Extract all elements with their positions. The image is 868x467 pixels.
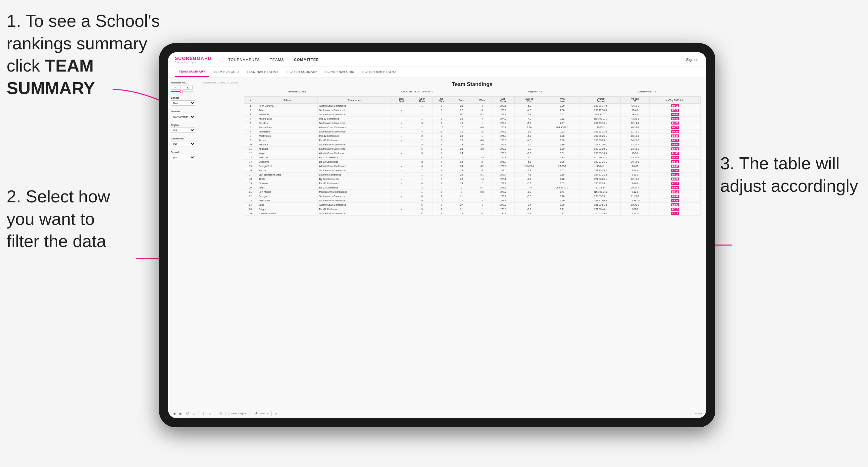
- table-cell: 274.8: [492, 121, 515, 125]
- toolbar-share-icon[interactable]: ⬆: [201, 411, 205, 416]
- table-cell: Atlantic Coast Conference: [318, 104, 391, 108]
- instruction-3-line2: adjust accordingly: [720, 176, 858, 195]
- table-cell: 270 60-39-2: [581, 211, 620, 216]
- table-row: 14OklahomaBig 12 Conference-28242276.3-5…: [244, 160, 701, 164]
- table-cell: 1: [412, 173, 432, 177]
- score-cell: 80.04: [649, 143, 701, 147]
- table-cell: 7: [432, 185, 451, 190]
- toolbar-forward[interactable]: ▶: [179, 411, 183, 416]
- table-cell: 279.2: [492, 194, 515, 198]
- table-cell: Southeastern Conference: [318, 168, 391, 173]
- table-cell: 7: [451, 185, 472, 190]
- nav-teams[interactable]: TEAMS: [270, 58, 284, 62]
- instruction-2-line3: filter the data: [7, 231, 106, 251]
- table-cell: 276.3: [492, 160, 515, 164]
- score-badge: 80.54: [671, 195, 680, 198]
- table-cell: 265 100-27-1: [581, 117, 620, 121]
- table-cell: 2.37: [544, 121, 581, 125]
- toolbar-watch[interactable]: 👁 Watch ▾: [255, 412, 268, 415]
- table-cell: 24: [244, 203, 257, 207]
- tab-player-h2h-heatmap[interactable]: PLAYER H2H HEATMAP: [358, 67, 403, 77]
- filter-min-round-to[interactable]: [183, 85, 193, 90]
- table-cell: 8: [432, 138, 451, 143]
- tab-player-h2h-grid[interactable]: PLAYER H2H GRID: [321, 67, 358, 77]
- table-cell: 271: [451, 112, 472, 117]
- table-row: 24DukeAtlantic Coast Conference-59271279…: [244, 203, 701, 207]
- table-cell: 20: [244, 185, 257, 190]
- slider-thumb[interactable]: [180, 90, 183, 93]
- table-cell: 8: [412, 194, 432, 198]
- filter-gender-label: Gender: [171, 97, 195, 99]
- filter-division-select[interactable]: NCAA Division I NCAA Division II NCAA Di…: [171, 114, 195, 119]
- table-row: 3VanderbiltSoutheastern Conference-25271…: [244, 112, 701, 117]
- table-cell: Big Ten Conference: [318, 177, 391, 181]
- table-cell: Florida State: [257, 125, 318, 129]
- table-cell: 9: [432, 108, 451, 112]
- table-cell: 2: [472, 198, 492, 203]
- slider-track[interactable]: [171, 91, 194, 92]
- table-cell: 6: [244, 125, 257, 129]
- toolbar-clock[interactable]: 🕐: [218, 411, 223, 416]
- score-cell: 80.21: [649, 129, 701, 134]
- table-cell: 275.7: [492, 125, 515, 129]
- table-cell: 18-23-0: [621, 203, 650, 207]
- table-row: 22GeorgiaSoutheastern Conference-8721127…: [244, 194, 701, 198]
- table-cell: 6.2: [472, 112, 492, 117]
- table-cell: 1.85: [544, 160, 581, 164]
- table-cell: 4: [412, 129, 432, 134]
- score-badge: 80.21: [671, 139, 680, 142]
- score-cell: 82.02: [649, 168, 701, 173]
- table-cell: 4.2: [472, 164, 492, 168]
- filter-min-round-from[interactable]: [171, 85, 181, 90]
- table-cell: 46-24-1: [581, 164, 620, 168]
- table-cell: 262 63-15-1: [581, 121, 620, 125]
- toolbar-view-original[interactable]: View: Original: [228, 411, 249, 416]
- score-cell: 80.79: [649, 125, 701, 129]
- table-cell: 9-20-1: [621, 173, 650, 177]
- filter-region-select[interactable]: N/A All: [171, 127, 195, 133]
- table-cell: 12-14-1: [621, 121, 650, 125]
- table-cell: 276.9: [492, 155, 515, 160]
- table-cell: 1.30: [544, 198, 581, 203]
- filter-region: Region N/A All: [171, 124, 195, 133]
- table-cell: 3: [412, 185, 432, 190]
- nav-tournaments[interactable]: TOURNAMENTS: [228, 58, 260, 62]
- filter-gender: Gender Men's Women's: [171, 97, 195, 106]
- table-cell: 23: [451, 177, 472, 181]
- toolbar-home[interactable]: ⌂: [192, 411, 195, 416]
- table-cell: 276.5: [492, 164, 515, 168]
- table-cell: 273.6: [492, 108, 515, 112]
- table-cell: -: [391, 190, 412, 194]
- tab-player-summary[interactable]: PLAYER SUMMARY: [283, 67, 321, 77]
- table-cell: 30-4-0: [621, 108, 650, 112]
- tab-team-h2h-heatmap[interactable]: TEAM H2H HEATMAP: [243, 67, 283, 77]
- table-cell: 2.5: [472, 155, 492, 160]
- table-cell: 2.11: [544, 129, 581, 134]
- table-cell: Texas A&M: [257, 198, 318, 203]
- tab-team-summary[interactable]: TEAM SUMMARY: [175, 67, 209, 77]
- table-cell: Southeastern Conference: [318, 121, 391, 125]
- filter-gender-select[interactable]: Men's Women's: [171, 100, 195, 106]
- table-cell: 1: [472, 194, 492, 198]
- toolbar-resize[interactable]: ⤢: [274, 411, 278, 416]
- toolbar-reload[interactable]: ↺: [185, 411, 189, 416]
- table-cell: East Tennessee State: [257, 173, 318, 177]
- nav-committee[interactable]: COMMITTEE: [294, 58, 319, 62]
- table-cell: Southeastern Conference: [318, 112, 391, 117]
- filter-school-select[interactable]: (All): [171, 155, 195, 160]
- sign-out-button[interactable]: Sign out: [686, 58, 700, 62]
- table-cell: 3: [412, 121, 432, 125]
- eye-icon: 👁: [255, 412, 258, 415]
- table-cell: -3.8: [515, 147, 544, 151]
- filter-bar-region: Region: All: [528, 90, 542, 93]
- table-cell: 11-29-1: [621, 194, 650, 198]
- tab-team-h2h-grid[interactable]: TEAM H2H GRID: [209, 67, 243, 77]
- toolbar-back[interactable]: ◀: [172, 411, 176, 416]
- table-cell: 23-11-0: [621, 147, 650, 151]
- table-row: 15Georgia TechAtlantic Coast Conference-…: [244, 164, 701, 168]
- filter-conference-select[interactable]: (All): [171, 141, 195, 146]
- table-cell: 1: [472, 203, 492, 207]
- table-cell: Texas: [257, 185, 318, 190]
- toolbar-bookmark[interactable]: ☆: [208, 411, 212, 416]
- toolbar-share-button[interactable]: Share: [695, 412, 702, 415]
